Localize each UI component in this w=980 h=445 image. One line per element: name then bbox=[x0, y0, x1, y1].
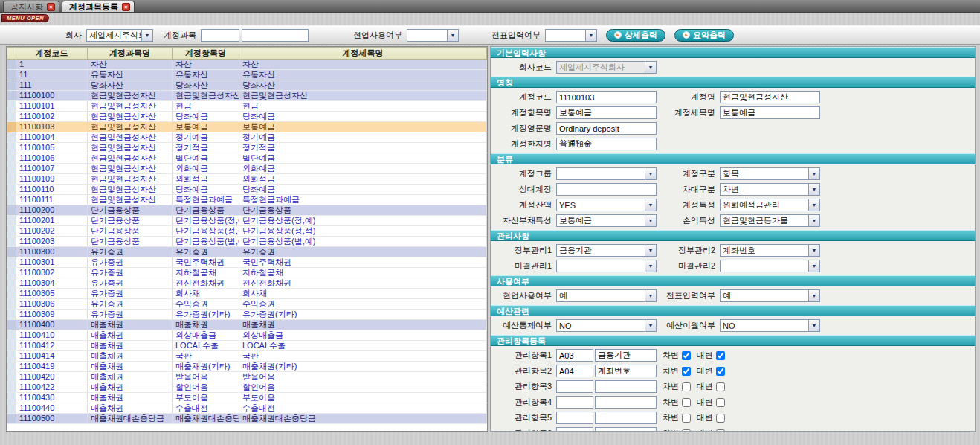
table-row[interactable]: 11유동자산유동자산유동자산 bbox=[7, 70, 487, 80]
table-cell[interactable]: 유가증권(기타) bbox=[173, 310, 239, 320]
table-row[interactable]: 11100422매출채권할인어음할인어음 bbox=[7, 382, 487, 393]
table-cell[interactable]: 회사채 bbox=[239, 289, 487, 299]
table-cell[interactable]: 11100414 bbox=[16, 351, 88, 362]
credit-checkbox[interactable] bbox=[716, 351, 725, 360]
table-cell[interactable]: 111 bbox=[16, 80, 88, 91]
close-icon[interactable] bbox=[47, 3, 55, 11]
table-cell[interactable]: 현금및현금성자산 bbox=[88, 143, 173, 153]
row-selector-cell[interactable] bbox=[7, 299, 16, 310]
table-cell[interactable]: 부도어음 bbox=[239, 393, 487, 403]
row-selector-cell[interactable] bbox=[7, 195, 16, 205]
table-cell[interactable]: 단기금융상품(정,적) bbox=[239, 226, 487, 237]
table-row[interactable]: 111당좌자산당좌자산당좌자산 bbox=[7, 80, 487, 91]
row-selector-cell[interactable] bbox=[7, 362, 16, 372]
table-cell[interactable]: 외상매출금 bbox=[173, 330, 239, 341]
table-cell[interactable]: 단기금융상품 bbox=[88, 205, 173, 216]
row-selector-cell[interactable] bbox=[7, 101, 16, 112]
table-cell[interactable]: 11100302 bbox=[16, 268, 88, 278]
table-cell[interactable]: 매출채권(기타) bbox=[239, 362, 487, 372]
row-selector-cell[interactable] bbox=[7, 153, 16, 164]
field-use-detail-select[interactable]: 예 bbox=[556, 289, 657, 302]
table-row[interactable]: 11100440매출채권수출대전수출대전 bbox=[7, 403, 487, 414]
budget-carryover-select[interactable]: NO bbox=[720, 319, 820, 332]
account-group-select[interactable] bbox=[556, 167, 657, 180]
table-cell[interactable]: 유가증권 bbox=[88, 289, 173, 299]
credit-checkbox[interactable] bbox=[716, 367, 725, 376]
table-cell[interactable]: 회사채 bbox=[173, 289, 239, 299]
row-selector-cell[interactable] bbox=[7, 351, 16, 362]
table-cell[interactable]: 현금및현금성자산 bbox=[88, 185, 173, 195]
tab-notice[interactable]: 공지사항 bbox=[3, 1, 59, 12]
debit-checkbox[interactable] bbox=[682, 398, 691, 407]
counter-account-field[interactable] bbox=[556, 183, 657, 196]
debit-credit-division-select[interactable]: 차변 bbox=[720, 183, 820, 196]
table-cell[interactable]: 매출채권 bbox=[88, 372, 173, 382]
table-row[interactable]: 11100110현금및현금성자산당좌예금당좌예금 bbox=[7, 185, 487, 195]
table-cell[interactable]: 11100103 bbox=[16, 122, 88, 132]
table-cell[interactable]: 11100309 bbox=[16, 310, 88, 320]
table-cell[interactable]: 매출채권 bbox=[88, 382, 173, 393]
table-cell[interactable]: 단기금융상품 bbox=[239, 205, 487, 216]
credit-checkbox[interactable] bbox=[716, 382, 725, 391]
table-cell[interactable]: 국민주택채권 bbox=[239, 257, 487, 268]
table-cell[interactable]: 단기금융상품 bbox=[88, 237, 173, 247]
table-row[interactable]: 11100103현금및현금성자산보통예금보통예금 bbox=[7, 122, 487, 132]
table-cell[interactable]: 11100100 bbox=[16, 91, 88, 101]
account-trait-select[interactable]: 원화예적금관리 bbox=[720, 199, 820, 211]
table-row[interactable]: 11100102현금및현금성자산당좌예금당좌예금 bbox=[7, 112, 487, 122]
management-item-name-input[interactable] bbox=[595, 349, 657, 362]
row-selector-cell[interactable] bbox=[7, 205, 16, 216]
management-item-code-input[interactable] bbox=[556, 396, 593, 409]
table-cell[interactable]: 매출채권 bbox=[88, 403, 173, 414]
table-cell[interactable]: 현금및현금성자산 bbox=[88, 122, 173, 132]
table-cell[interactable]: 11100102 bbox=[16, 112, 88, 122]
row-selector-cell[interactable] bbox=[7, 330, 16, 341]
table-cell[interactable]: 현금및현금성자산 bbox=[88, 101, 173, 112]
debit-checkbox[interactable] bbox=[682, 429, 691, 432]
table-cell[interactable]: 당좌예금 bbox=[173, 112, 239, 122]
table-cell[interactable]: 11100412 bbox=[16, 341, 88, 351]
table-row[interactable]: 11100306유가증권수익증권수익증권 bbox=[7, 299, 487, 310]
table-cell[interactable]: 보통예금 bbox=[239, 122, 487, 132]
table-row[interactable]: 11100111현금및현금성자산특정현금과예금특정현금과예금 bbox=[7, 195, 487, 205]
tab-account-registration[interactable]: 계정과목등록 bbox=[62, 1, 135, 12]
table-cell[interactable]: 국판 bbox=[239, 351, 487, 362]
table-cell[interactable]: 단기금융상품(별,예) bbox=[239, 237, 487, 247]
table-cell[interactable]: 11100201 bbox=[16, 216, 88, 226]
budget-control-select[interactable]: NO bbox=[556, 319, 657, 332]
slip-input-select[interactable] bbox=[545, 29, 597, 42]
table-cell[interactable]: 단기금융상품(정,예) bbox=[239, 216, 487, 226]
table-cell[interactable]: 매출채권 bbox=[88, 351, 173, 362]
table-cell[interactable]: 유가증권 bbox=[88, 247, 173, 257]
table-row[interactable]: 11100302유가증권지하철공채지하철공채 bbox=[7, 268, 487, 278]
table-row[interactable]: 11100101현금및현금성자산현금현금 bbox=[7, 101, 487, 112]
table-cell[interactable]: 전신전화채권 bbox=[239, 278, 487, 289]
table-cell[interactable]: 유동자산 bbox=[173, 70, 239, 80]
table-cell[interactable]: 당좌예금 bbox=[239, 185, 487, 195]
table-cell[interactable]: 지하철공채 bbox=[239, 268, 487, 278]
row-selector-cell[interactable] bbox=[7, 237, 16, 247]
account-division-select[interactable]: 항목 bbox=[720, 167, 820, 180]
table-cell[interactable]: 유동자산 bbox=[88, 70, 173, 80]
table-cell[interactable]: 국민주택채권 bbox=[173, 257, 239, 268]
close-icon[interactable] bbox=[122, 3, 130, 11]
table-cell[interactable]: 유가증권 bbox=[88, 310, 173, 320]
table-cell[interactable]: 수익증권 bbox=[239, 299, 487, 310]
table-cell[interactable]: 11100101 bbox=[16, 101, 88, 112]
table-cell[interactable]: 매출채권 bbox=[88, 320, 173, 330]
table-cell[interactable]: 11100440 bbox=[16, 403, 88, 414]
row-selector-cell[interactable] bbox=[7, 310, 16, 320]
table-row[interactable]: 11100414매출채권국판국판 bbox=[7, 351, 487, 362]
table-cell[interactable]: 유가증권 bbox=[173, 247, 239, 257]
debit-checkbox[interactable] bbox=[682, 414, 691, 423]
row-selector-cell[interactable] bbox=[7, 80, 16, 91]
table-cell[interactable]: 현금및현금성자산 bbox=[173, 91, 239, 101]
row-selector-cell[interactable] bbox=[7, 174, 16, 185]
table-row[interactable]: 11100304유가증권전신전화채권전신전화채권 bbox=[7, 278, 487, 289]
table-cell[interactable]: 할인어음 bbox=[173, 382, 239, 393]
table-cell[interactable]: 11100107 bbox=[16, 164, 88, 174]
profit-loss-trait-select[interactable]: 현금및현금등가물 bbox=[720, 214, 820, 227]
table-cell[interactable]: 11100104 bbox=[16, 132, 88, 143]
table-cell[interactable]: 단기금융상품(정,예) bbox=[173, 216, 239, 226]
credit-checkbox[interactable] bbox=[716, 429, 725, 432]
